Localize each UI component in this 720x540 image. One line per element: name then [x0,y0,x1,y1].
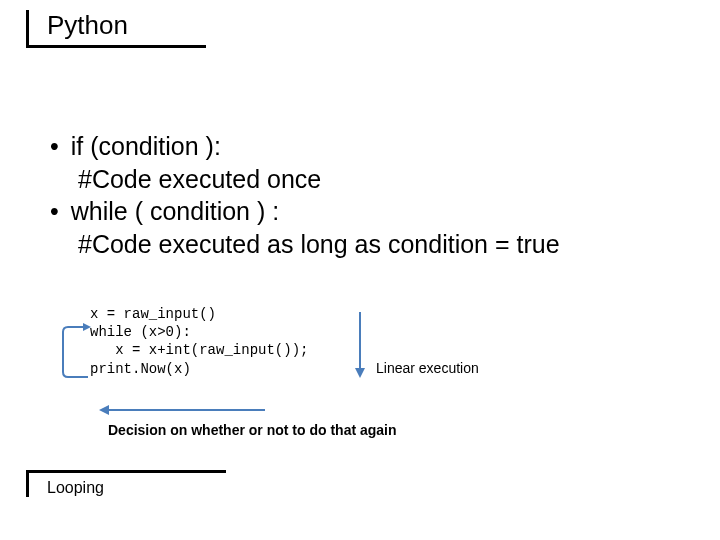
decision-left-arrow-icon [95,400,270,420]
slide-title: Python [47,10,206,41]
bullet-sub: #Code executed as long as condition = tr… [50,228,690,261]
svg-marker-2 [355,368,365,378]
footer-overline-box: Looping [26,470,226,497]
svg-marker-0 [83,323,91,331]
bullet-text: while ( condition ) : [71,195,279,228]
loop-back-arrow-icon [58,322,98,382]
bullet-sub: #Code executed once [50,163,690,196]
code-block: x = raw_input() while (x>0): x = x+int(r… [90,305,308,378]
bullet-list: • if (condition ): #Code executed once •… [50,130,690,260]
code-line: print.Now(x) [90,360,308,378]
bullet-text: if (condition ): [71,130,221,163]
code-line: while (x>0): [90,323,308,341]
code-line: x = x+int(raw_input()); [90,341,308,359]
code-line: x = raw_input() [90,305,308,323]
svg-marker-4 [99,405,109,415]
title-underline-box: Python [26,10,206,48]
bullet-item: • while ( condition ) : [50,195,690,228]
bullet-item: • if (condition ): [50,130,690,163]
decision-label: Decision on whether or not to do that ag… [108,422,397,438]
footer-label: Looping [47,479,226,497]
linear-down-arrow-icon [348,310,372,380]
bullet-dot: • [50,130,59,163]
linear-execution-label: Linear execution [376,360,479,376]
bullet-dot: • [50,195,59,228]
